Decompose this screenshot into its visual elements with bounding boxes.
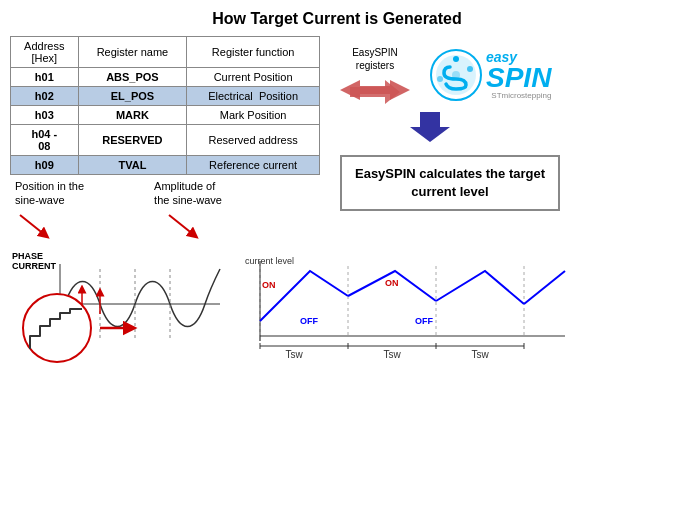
cell-name: MARK (78, 106, 187, 125)
table-row: h09 TVAL Reference current (11, 156, 320, 175)
cell-name: RESERVED (78, 125, 187, 156)
current-wave-svg: current level ON ON OFF OFF (240, 246, 570, 366)
col-header-func: Register function (187, 37, 320, 68)
down-arrow-icon (410, 112, 450, 142)
svg-text:Tsw: Tsw (383, 349, 401, 360)
cell-func: Reference current (187, 156, 320, 175)
svg-point-9 (467, 66, 473, 72)
svg-text:ON: ON (262, 280, 276, 290)
top-right: EasySPINregisters (330, 36, 561, 108)
svg-text:OFF: OFF (415, 316, 433, 326)
annotation-position: Position in thesine-wave (15, 179, 84, 240)
table-row: h03 MARK Mark Position (11, 106, 320, 125)
svg-text:Tsw: Tsw (471, 349, 489, 360)
current-wave-diagram: current level ON ON OFF OFF (240, 246, 570, 366)
svg-line-0 (20, 215, 45, 235)
svg-point-8 (453, 56, 459, 62)
logo-subtitle-text: STmicrostepping (486, 91, 551, 100)
sine-wave-diagram: PHASECURRENT (10, 246, 225, 366)
cell-func: Electrical Position (187, 87, 320, 106)
calc-text: EasySPIN calculates the target current l… (355, 166, 545, 199)
col-header-addr: Address[Hex] (11, 37, 79, 68)
svg-text:ON: ON (385, 278, 399, 288)
table-row: h04 -08 RESERVED Reserved address (11, 125, 320, 156)
cell-func: Current Position (187, 68, 320, 87)
cell-func: Mark Position (187, 106, 320, 125)
svg-text:Tsw: Tsw (285, 349, 303, 360)
cell-addr: h09 (11, 156, 79, 175)
cell-addr: h02 (11, 87, 79, 106)
easyspin-logo: easy SPIN STmicrostepping (430, 49, 551, 101)
col-header-name: Register name (78, 37, 187, 68)
svg-point-10 (437, 76, 443, 82)
annotation-amplitude: Amplitude ofthe sine-wave (154, 179, 222, 240)
register-table: Address[Hex] Register name Register func… (10, 36, 320, 175)
easyspin-circle-icon (430, 49, 482, 101)
svg-point-7 (452, 71, 460, 79)
cell-addr: h04 -08 (11, 125, 79, 156)
annotation-position-text: Position in thesine-wave (15, 179, 84, 208)
svg-marker-11 (410, 112, 450, 142)
annotation-amplitude-text: Amplitude ofthe sine-wave (154, 179, 222, 208)
svg-marker-4 (340, 80, 410, 100)
cell-name: TVAL (78, 156, 187, 175)
right-section: EasySPINregisters (330, 36, 660, 240)
svg-text:OFF: OFF (300, 316, 318, 326)
svg-line-1 (169, 215, 194, 235)
red-right-arrow-svg (100, 318, 140, 338)
cell-name: EL_POS (78, 87, 187, 106)
table-row: h02 EL_POS Electrical Position (11, 87, 320, 106)
calc-box: EasySPIN calculates the target current l… (340, 155, 560, 211)
table-row: h01 ABS_POS Current Position (11, 68, 320, 87)
cell-func: Reserved address (187, 125, 320, 156)
left-section: Address[Hex] Register name Register func… (10, 36, 320, 240)
table-annotations: Position in thesine-wave Amplitude ofthe… (10, 179, 320, 240)
double-arrow-svg (340, 72, 410, 108)
bottom-diagrams: PHASECURRENT (0, 246, 674, 366)
easyspin-registers-label: EasySPINregisters (352, 46, 398, 72)
svg-point-19 (23, 294, 91, 362)
cell-name: ABS_POS (78, 68, 187, 87)
current-level-label: current level (245, 256, 294, 266)
cell-addr: h01 (11, 68, 79, 87)
logo-spin-text: SPIN (486, 62, 551, 93)
page-title: How Target Current is Generated (0, 0, 674, 36)
cell-addr: h03 (11, 106, 79, 125)
staircase-circle-svg (20, 291, 95, 366)
